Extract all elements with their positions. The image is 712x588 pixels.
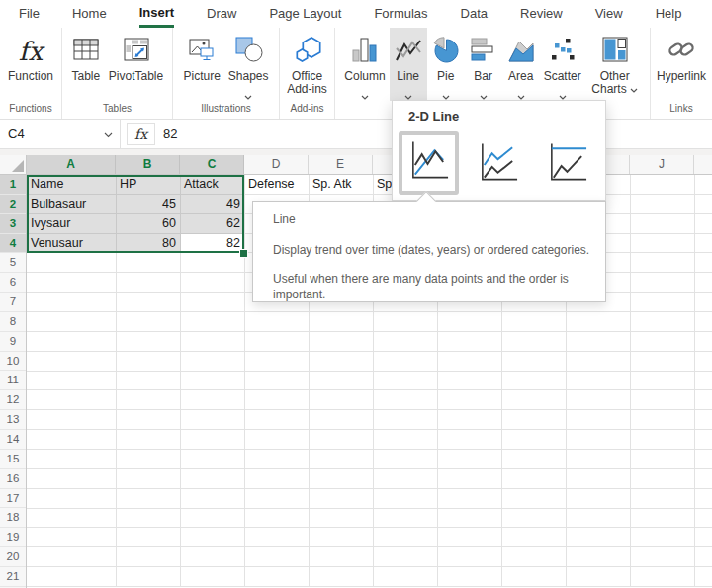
table-button[interactable]: Table <box>67 28 105 101</box>
row-header-6[interactable]: 6 <box>0 273 26 293</box>
row-header-8[interactable]: 8 <box>0 312 26 332</box>
picture-button[interactable]: Picture <box>179 28 223 101</box>
bar-chart-icon <box>469 36 498 67</box>
stacked-line-chart-option-icon <box>476 172 520 189</box>
tab-page-layout[interactable]: Page Layout <box>269 0 341 28</box>
cell-c4-active[interactable]: 82 <box>180 234 244 254</box>
office-addins-label: Office Add-ins <box>282 70 333 96</box>
tab-formulas[interactable]: Formulas <box>374 0 427 28</box>
area-chart-button[interactable]: Area <box>502 28 540 101</box>
scatter-chart-button[interactable]: Scatter <box>540 28 585 101</box>
cell-b4[interactable]: 80 <box>116 234 180 254</box>
pie-chart-button[interactable]: Pie <box>427 28 465 101</box>
cell-b3[interactable]: 60 <box>116 214 180 234</box>
row-header-3[interactable]: 3 <box>0 214 26 234</box>
group-label-illustrations: Illustrations <box>173 101 279 119</box>
tab-review[interactable]: Review <box>520 0 563 28</box>
column-header-d[interactable]: D <box>244 155 309 174</box>
gridline <box>694 175 695 587</box>
pie-chart-label: Pie <box>437 70 454 83</box>
table-label: Table <box>71 70 100 83</box>
fill-handle[interactable] <box>239 249 248 258</box>
column-chart-button[interactable]: Column <box>340 28 389 101</box>
row-header-11[interactable]: 11 <box>0 371 26 390</box>
tab-insert[interactable]: Insert <box>139 0 174 28</box>
line-chart-option-selected[interactable] <box>399 131 459 195</box>
ribbon-group-links: Hyperlink Links <box>651 28 712 119</box>
function-fx-icon: fx <box>19 37 43 66</box>
hyperlink-button[interactable]: Hyperlink <box>653 28 710 101</box>
line-chart-button[interactable]: Line <box>390 28 427 101</box>
ribbon-group-addins: Office Add-ins Add-ins <box>280 28 335 119</box>
scatter-chart-label: Scatter <box>544 70 581 83</box>
row-header-14[interactable]: 14 <box>0 430 26 450</box>
row-header-16[interactable]: 16 <box>0 469 26 489</box>
bar-chart-button[interactable]: Bar <box>465 28 502 101</box>
column-header-a[interactable]: A <box>27 155 116 174</box>
row-header-21[interactable]: 21 <box>0 567 26 587</box>
row-header-20[interactable]: 20 <box>0 547 26 567</box>
ribbon-tab-bar: File Home Insert Draw Page Layout Formul… <box>0 0 712 28</box>
insert-function-button[interactable]: fx <box>127 123 155 145</box>
dropdown-section-title: 2-D Line <box>408 109 459 124</box>
namebox-dropdown-icon[interactable] <box>104 126 113 141</box>
tab-file[interactable]: File <box>19 0 40 28</box>
tab-home[interactable]: Home <box>72 0 107 28</box>
column-header-j[interactable]: J <box>630 155 694 174</box>
pivottable-icon <box>122 35 151 68</box>
group-label-tables: Tables <box>62 101 172 119</box>
line-chart-tooltip: Line Display trend over time (dates, yea… <box>252 201 606 302</box>
office-addins-button[interactable]: Office Add-ins <box>278 28 337 101</box>
row-header-2[interactable]: 2 <box>0 195 26 214</box>
cell-a2[interactable]: Bulbasaur <box>27 195 116 214</box>
row-header-15[interactable]: 15 <box>0 450 26 469</box>
cell-a1[interactable]: Name <box>27 175 116 195</box>
tab-help[interactable]: Help <box>656 0 682 28</box>
row-header-7[interactable]: 7 <box>0 293 26 312</box>
other-charts-label: Other Charts <box>589 70 641 96</box>
tab-draw[interactable]: Draw <box>207 0 236 28</box>
shapes-label: Shapes <box>228 70 269 83</box>
cell-a3[interactable]: Ivysaur <box>27 214 116 234</box>
shapes-button[interactable]: Shapes <box>224 28 273 101</box>
function-button[interactable]: fx Function <box>4 28 57 101</box>
cell-c2[interactable]: 49 <box>180 195 244 214</box>
cell-a4[interactable]: Venusaur <box>27 234 116 254</box>
row-header-9[interactable]: 9 <box>0 332 26 352</box>
stacked-line-chart-option[interactable] <box>476 140 520 190</box>
cell-c1[interactable]: Attack <box>180 175 244 195</box>
column-header-e[interactable]: E <box>309 155 373 174</box>
name-box[interactable]: C4 <box>0 120 121 148</box>
picture-icon <box>188 36 216 67</box>
hyperlink-chain-icon <box>667 37 696 66</box>
chevron-down-icon <box>404 86 412 91</box>
cell-b1[interactable]: HP <box>116 175 180 195</box>
tab-data[interactable]: Data <box>461 0 488 28</box>
chevron-down-icon <box>559 86 567 91</box>
cell-d1[interactable]: Defense <box>244 175 309 195</box>
shapes-icon <box>234 36 263 67</box>
row-header-5[interactable]: 5 <box>0 253 26 273</box>
pivottable-button[interactable]: PivotTable <box>105 28 167 101</box>
line-chart-icon <box>394 36 423 67</box>
cell-c3[interactable]: 62 <box>180 214 244 234</box>
column-header-b[interactable]: B <box>116 155 180 174</box>
gridline <box>630 175 631 587</box>
column-header-c[interactable]: C <box>180 155 244 174</box>
column-header-partial[interactable] <box>694 155 712 174</box>
tab-view[interactable]: View <box>595 0 623 28</box>
cell-e1[interactable]: Sp. Atk <box>309 175 373 195</box>
row-header-19[interactable]: 19 <box>0 528 26 547</box>
row-header-13[interactable]: 13 <box>0 410 26 430</box>
row-header-17[interactable]: 17 <box>0 489 26 509</box>
stacked-100-line-chart-option[interactable] <box>545 140 589 190</box>
select-all-corner[interactable] <box>0 155 27 174</box>
row-header-10[interactable]: 10 <box>0 352 26 372</box>
row-header-12[interactable]: 12 <box>0 390 26 410</box>
chevron-down-icon <box>442 86 450 91</box>
row-header-1[interactable]: 1 <box>0 175 26 195</box>
row-header-4[interactable]: 4 <box>0 234 26 254</box>
row-header-18[interactable]: 18 <box>0 508 26 528</box>
cell-b2[interactable]: 45 <box>116 195 180 214</box>
other-charts-button[interactable]: Other Charts <box>585 28 645 101</box>
